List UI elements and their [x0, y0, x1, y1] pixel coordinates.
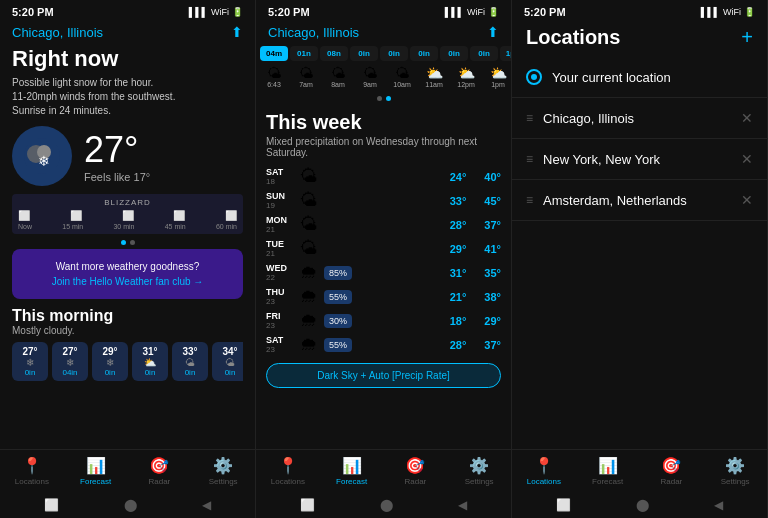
nav-locations-3[interactable]: 📍 Locations — [512, 456, 576, 486]
panel2-main: This week Mixed precipitation on Wednesd… — [256, 105, 511, 449]
nav-settings-1[interactable]: ⚙️ Settings — [191, 456, 255, 486]
forecast-icon-3: ⬜ — [173, 210, 185, 221]
weekly-icon-0: 🌤 — [300, 166, 318, 187]
locations-header: Locations + — [512, 22, 767, 57]
time-tab-04m[interactable]: 04m — [260, 46, 288, 61]
nav-forecast-label-2: Forecast — [336, 477, 367, 486]
nav-locations-2[interactable]: 📍 Locations — [256, 456, 320, 486]
sys-back-3[interactable]: ◀ — [714, 498, 723, 512]
dark-sky-button[interactable]: Dark Sky + Auto [Precip Rate] — [266, 363, 501, 388]
location-name-amsterdam: Amsterdam, Netherlands — [543, 193, 741, 208]
time-tab-0in[interactable]: 0in — [350, 46, 378, 61]
nav-radar-3[interactable]: 🎯 Radar — [640, 456, 704, 486]
signal-icon-2: ▌▌▌ — [445, 7, 464, 17]
nav-settings-3[interactable]: ⚙️ Settings — [703, 456, 767, 486]
hi-box-4: 🌤 10am — [388, 65, 416, 88]
header-bar-2: Chicago, Illinois ⬆ — [256, 22, 511, 46]
share-icon-2[interactable]: ⬆ — [487, 24, 499, 40]
signal-icon-3: ▌▌▌ — [701, 7, 720, 17]
time-2: 30 min — [113, 223, 134, 230]
time-tab-10am[interactable]: 0in — [410, 46, 438, 61]
location-item-chicago[interactable]: ≡ Chicago, Illinois ✕ — [512, 98, 767, 139]
location-close-chicago[interactable]: ✕ — [741, 110, 753, 126]
nav-locations-icon-2: 📍 — [278, 456, 298, 475]
this-week-title: This week — [266, 111, 501, 134]
battery-icon-3: 🔋 — [744, 7, 755, 17]
time-tab-12pm[interactable]: 0in — [470, 46, 498, 61]
hi-box-1: 🌤 7am — [292, 65, 320, 88]
forecast-icons-row: ⬜ ⬜ ⬜ ⬜ ⬜ — [18, 210, 237, 221]
panel-1-weather: 5:20 PM ▌▌▌ WiFi 🔋 Chicago, Illinois ⬆ R… — [0, 0, 256, 518]
nav-forecast-2[interactable]: 📊 Forecast — [320, 456, 384, 486]
temperature: 27° — [84, 129, 150, 171]
current-location-name: Your current location — [552, 70, 753, 85]
add-location-button[interactable]: + — [741, 26, 753, 49]
spacer — [512, 221, 767, 449]
sys-square-3[interactable]: ⬜ — [556, 498, 571, 512]
weekly-row-5: THU 23 🌧 55% 21° 38° — [266, 286, 501, 307]
dot-1 — [121, 240, 126, 245]
nav-forecast-label-3: Forecast — [592, 477, 623, 486]
city-title-1: Chicago, Illinois — [12, 25, 103, 40]
hourly-item-4: 33° 🌤 0in — [172, 342, 208, 381]
promo-box[interactable]: Want more weathery goodness? Join the He… — [12, 249, 243, 299]
location-item-amsterdam[interactable]: ≡ Amsterdam, Netherlands ✕ — [512, 180, 767, 221]
location-close-newyork[interactable]: ✕ — [741, 151, 753, 167]
precip-badge-5: 55% — [324, 290, 352, 304]
location-item-newyork[interactable]: ≡ New York, New York ✕ — [512, 139, 767, 180]
hourly-icons-row: 🌤 6:43 🌤 7am 🌤 8am 🌤 9am 🌤 10am — [256, 61, 511, 92]
weather-main: ❄ 27° Feels like 17° — [12, 126, 243, 186]
sys-back-1[interactable]: ◀ — [202, 498, 211, 512]
time-tab-01n[interactable]: 01n — [290, 46, 318, 61]
page-dots-2 — [256, 96, 511, 101]
this-week-desc: Mixed precipitation on Wednesday through… — [266, 136, 501, 158]
nav-locations-icon-1: 📍 — [22, 456, 42, 475]
share-icon-1[interactable]: ⬆ — [231, 24, 243, 40]
status-icons-1: ▌▌▌ WiFi 🔋 — [189, 7, 243, 17]
bottom-nav-2: 📍 Locations 📊 Forecast 🎯 Radar ⚙️ Settin… — [256, 449, 511, 494]
nav-settings-label-1: Settings — [209, 477, 238, 486]
sys-circle-3[interactable]: ⬤ — [636, 498, 649, 512]
hourly-scroll: 27° ❄ 0in 27° ❄ 04in 29° ❄ 0in 31° ⛅ 0in… — [12, 342, 243, 381]
dot-2 — [130, 240, 135, 245]
right-now-desc: Possible light snow for the hour.11-20mp… — [12, 76, 243, 118]
time-tab-11am[interactable]: 0in — [440, 46, 468, 61]
precip-badge-4: 85% — [324, 266, 352, 280]
nav-forecast-3[interactable]: 📊 Forecast — [576, 456, 640, 486]
time-tab-08n[interactable]: 08n — [320, 46, 348, 61]
nav-radar-label-3: Radar — [660, 477, 682, 486]
promo-text-2: Join the Hello Weather fan club → — [24, 274, 231, 289]
nav-forecast-label-1: Forecast — [80, 477, 111, 486]
nav-settings-icon-3: ⚙️ — [725, 456, 745, 475]
wifi-icon: WiFi — [211, 7, 229, 17]
weekly-row-6: FRI 23 🌧 30% 18° 29° — [266, 310, 501, 331]
time-tab-1pm[interactable]: 1pm — [500, 46, 511, 61]
nav-settings-label-3: Settings — [721, 477, 750, 486]
nav-forecast-1[interactable]: 📊 Forecast — [64, 456, 128, 486]
nav-radar-2[interactable]: 🎯 Radar — [384, 456, 448, 486]
sys-square-1[interactable]: ⬜ — [44, 498, 59, 512]
sys-square-2[interactable]: ⬜ — [300, 498, 315, 512]
nav-settings-2[interactable]: ⚙️ Settings — [447, 456, 511, 486]
precip-badge-6: 30% — [324, 314, 352, 328]
hi-box-0: 🌤 6:43 — [260, 65, 288, 88]
sys-circle-2[interactable]: ⬤ — [380, 498, 393, 512]
nav-settings-icon-1: ⚙️ — [213, 456, 233, 475]
nav-locations-1[interactable]: 📍 Locations — [0, 456, 64, 486]
feels-like: Feels like 17° — [84, 171, 150, 183]
time-tab-9am[interactable]: 0in — [380, 46, 408, 61]
blizzard-label: BLIZZARD — [18, 198, 237, 207]
status-bar-3: 5:20 PM ▌▌▌ WiFi 🔋 — [512, 0, 767, 22]
time-tabs: 04m 01n 08n 0in 0in 0in 0in 0in 1pm — [256, 46, 511, 61]
time-3: 45 min — [165, 223, 186, 230]
sys-back-2[interactable]: ◀ — [458, 498, 467, 512]
nav-radar-1[interactable]: 🎯 Radar — [128, 456, 192, 486]
sys-circle-1[interactable]: ⬤ — [124, 498, 137, 512]
location-close-amsterdam[interactable]: ✕ — [741, 192, 753, 208]
weekly-icon-4: 🌧 — [300, 262, 318, 283]
location-name-newyork: New York, New York — [543, 152, 741, 167]
location-lines-icon-1: ≡ — [526, 111, 533, 125]
location-name-chicago: Chicago, Illinois — [543, 111, 741, 126]
nav-forecast-icon-2: 📊 — [342, 456, 362, 475]
location-item-current[interactable]: Your current location — [512, 57, 767, 98]
